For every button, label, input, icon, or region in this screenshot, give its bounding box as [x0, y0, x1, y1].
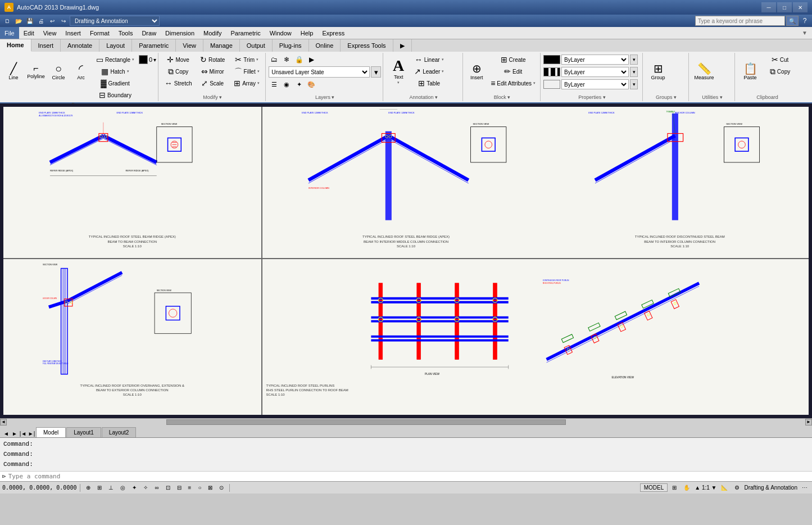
scroll-right-button[interactable]: ►: [805, 419, 812, 426]
clipboard-copy-button[interactable]: ⧉ Copy: [763, 66, 797, 77]
linear-dim-button[interactable]: ↔ Linear▾: [411, 54, 447, 65]
scroll-track[interactable]: [7, 419, 805, 426]
array-button[interactable]: ⊞ Array▾: [230, 78, 264, 89]
rotate-button[interactable]: ↻ Rotate: [196, 54, 229, 65]
scroll-thumb[interactable]: [166, 419, 566, 425]
qp-button[interactable]: ⊠: [206, 483, 215, 493]
menu-file[interactable]: File: [0, 27, 19, 39]
tab-output[interactable]: Output: [240, 39, 273, 52]
help-button[interactable]: ?: [800, 16, 810, 26]
qa-undo-button[interactable]: ↩: [47, 16, 57, 26]
tab-more[interactable]: ▶: [393, 39, 412, 52]
menu-modify[interactable]: Modify: [199, 27, 226, 39]
transparency-button[interactable]: ○: [196, 483, 203, 493]
insert-button[interactable]: ⊕ Insert: [466, 54, 487, 89]
move-button[interactable]: ✛ Move: [161, 54, 195, 65]
qa-open-button[interactable]: 📂: [13, 16, 24, 26]
menu-tools[interactable]: Tools: [114, 27, 138, 39]
snap-button[interactable]: ⊕: [84, 483, 93, 493]
3dosnap-button[interactable]: ✧: [141, 483, 150, 493]
layer-state-dropdown[interactable]: ▾: [371, 66, 381, 78]
copy-button[interactable]: ⧉ Copy: [161, 66, 195, 77]
tab-layout[interactable]: Layout: [99, 39, 132, 52]
edit-attributes-button[interactable]: ≡ Edit Attributes▾: [488, 78, 538, 89]
workspace-btn[interactable]: ⚙: [732, 483, 742, 493]
layer-color-button[interactable]: 🎨: [306, 79, 317, 90]
tab-annotate[interactable]: Annotate: [61, 39, 99, 52]
trim-button[interactable]: ✂ Trim▾: [230, 54, 264, 65]
tab-manage[interactable]: Manage: [203, 39, 240, 52]
layer-freeze-button[interactable]: ❄: [281, 54, 292, 65]
stretch-button[interactable]: ↔ Stretch: [161, 78, 195, 89]
polar-button[interactable]: ◎: [118, 483, 128, 493]
menu-help[interactable]: Help: [296, 27, 318, 39]
annotation-scale-button[interactable]: 📐: [719, 483, 730, 493]
create-block-button[interactable]: ⊞ Create: [488, 54, 538, 65]
layout-tab-layout1[interactable]: Layout1: [66, 427, 101, 437]
command-input[interactable]: [8, 473, 810, 480]
qa-print-button[interactable]: 🖨: [36, 16, 46, 26]
viewport-button[interactable]: ⊞: [670, 483, 679, 493]
scroll-left-button[interactable]: ◄: [0, 419, 7, 426]
layer-lock-button[interactable]: 🔒: [293, 54, 305, 65]
grid-button[interactable]: ⊞: [95, 483, 104, 493]
linetype-dropdown[interactable]: ▾: [630, 67, 638, 77]
tab-parametric[interactable]: Parametric: [132, 39, 176, 52]
fillet-button[interactable]: ⌒ Fillet▾: [230, 66, 264, 77]
layer-state-select[interactable]: Unsaved Layer State: [269, 66, 370, 78]
ducs-button[interactable]: ⊡: [164, 483, 173, 493]
layout-tab-model[interactable]: Model: [36, 427, 66, 437]
workspace-selector[interactable]: Drafting & Annotation: [70, 16, 160, 26]
drawing-viewport[interactable]: END PLATE 12MM THICK ALL BEAM BOLTS 5/8 …: [3, 107, 809, 415]
menu-format[interactable]: Format: [85, 27, 114, 39]
tab-online[interactable]: Online: [309, 39, 341, 52]
window-controls[interactable]: ─ □ ✕: [761, 2, 808, 12]
boundary-button[interactable]: ⊟ Boundary: [93, 89, 137, 101]
measure-button[interactable]: 📏 Measure: [692, 54, 716, 89]
qa-new-button[interactable]: 🗋: [2, 16, 12, 26]
text-button[interactable]: A Text▾: [386, 54, 411, 89]
layer-match-button[interactable]: ☰: [269, 79, 280, 90]
tab-express-tools[interactable]: Express Tools: [341, 39, 393, 52]
layer-isolate-button[interactable]: ◉: [281, 79, 292, 90]
paste-button[interactable]: 📋 Paste: [738, 54, 763, 89]
minimize-button[interactable]: ─: [761, 2, 776, 12]
lineweight-dropdown[interactable]: ▾: [630, 79, 638, 89]
qa-redo-button[interactable]: ↪: [58, 16, 69, 26]
canvas-area[interactable]: END PLATE 12MM THICK ALL BEAM BOLTS 5/8 …: [0, 103, 812, 418]
gradient-button[interactable]: ▓ Gradient: [93, 78, 137, 89]
search-input[interactable]: [695, 16, 785, 26]
line-button[interactable]: ╱ Line: [3, 54, 24, 89]
table-button[interactable]: ⊞ Table: [411, 78, 447, 89]
tab-view[interactable]: View: [176, 39, 203, 52]
circle-button[interactable]: ○ Circle: [48, 54, 69, 89]
leader-button[interactable]: ↗ Leader▾: [411, 66, 447, 77]
draw-dropdown[interactable]: ▾: [153, 57, 156, 63]
maximize-button[interactable]: □: [777, 2, 792, 12]
menu-insert[interactable]: Insert: [61, 27, 85, 39]
tab-insert[interactable]: Insert: [31, 39, 61, 52]
lineweight-select[interactable]: ByLayer: [561, 79, 629, 89]
menu-window[interactable]: Window: [265, 27, 296, 39]
mirror-button[interactable]: ⇔ Mirror: [196, 66, 229, 77]
group-button[interactable]: ⊞ Group: [646, 54, 670, 89]
osnap-button[interactable]: ✦: [130, 483, 139, 493]
edit-block-button[interactable]: ✏ Edit: [488, 66, 538, 77]
ortho-button[interactable]: ⊥: [106, 483, 116, 493]
h-scrollbar[interactable]: ◄ ►: [0, 418, 812, 425]
layout-nav-prev[interactable]: ◄: [2, 429, 10, 437]
menu-edit[interactable]: Edit: [19, 27, 39, 39]
menu-express[interactable]: Express: [317, 27, 349, 39]
layout-nav-next[interactable]: ►: [11, 429, 19, 437]
menu-view[interactable]: View: [39, 27, 61, 39]
layout-nav-last[interactable]: ►|: [28, 429, 35, 437]
lwt-button[interactable]: ≡: [186, 483, 194, 493]
pan-button[interactable]: ✋: [681, 483, 692, 493]
arc-button[interactable]: ◜ Arc: [70, 54, 92, 89]
otrack-button[interactable]: ∞: [152, 483, 161, 493]
linetype-select[interactable]: ByLayer: [561, 67, 629, 77]
draw-color-swatch[interactable]: [139, 55, 148, 64]
hatch-button[interactable]: ▦ Hatch▾: [93, 66, 137, 77]
color-select[interactable]: ByLayer: [561, 55, 629, 65]
layer-props-button[interactable]: 🗂: [269, 54, 280, 65]
